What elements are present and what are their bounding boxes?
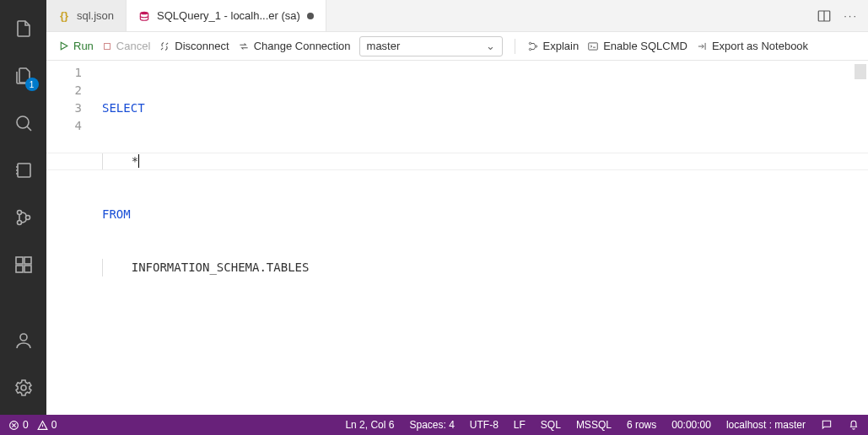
status-engine[interactable]: MSSQL: [576, 419, 612, 431]
activity-badge: 1: [25, 78, 39, 91]
svg-rect-6: [24, 257, 31, 264]
braces-icon: {}: [58, 10, 70, 22]
toolbar-separator: [515, 39, 515, 54]
status-eol[interactable]: LF: [514, 419, 526, 431]
activity-explorer-icon[interactable]: [3, 8, 44, 49]
run-button[interactable]: Run: [58, 40, 94, 52]
disconnect-button[interactable]: Disconnect: [159, 40, 229, 52]
explain-button[interactable]: Explain: [527, 40, 580, 52]
status-errors[interactable]: 0: [8, 419, 29, 431]
chevron-down-icon: ⌄: [486, 40, 495, 52]
tabs-bar: {} sql.json SQLQuery_1 - localh...er (sa…: [46, 0, 868, 32]
change-connection-button[interactable]: Change Connection: [238, 40, 351, 52]
status-ln-col[interactable]: Ln 2, Col 6: [345, 419, 394, 431]
database-select-value: master: [367, 40, 401, 52]
activity-notebook-icon[interactable]: [3, 150, 44, 191]
svg-rect-17: [589, 42, 598, 49]
status-rows[interactable]: 6 rows: [627, 419, 656, 431]
tab-label: sql.json: [77, 9, 114, 22]
svg-rect-8: [24, 266, 31, 272]
svg-point-10: [21, 385, 26, 390]
status-connection[interactable]: localhost : master: [726, 419, 806, 431]
tab-dirty-indicator: [307, 13, 314, 19]
line-gutter: 1 2 3 4: [46, 61, 97, 415]
status-bell-icon[interactable]: [848, 419, 860, 431]
svg-rect-13: [104, 43, 110, 49]
status-language[interactable]: SQL: [541, 419, 561, 431]
text-cursor: [138, 154, 139, 168]
activity-bar: 1: [0, 0, 46, 415]
keyword-from: FROM: [102, 207, 131, 221]
svg-point-9: [20, 334, 27, 341]
enable-sqlcmd-button[interactable]: Enable SQLCMD: [587, 40, 687, 52]
svg-point-15: [529, 48, 531, 50]
more-actions-icon[interactable]: ···: [844, 9, 858, 22]
minimap[interactable]: [855, 64, 866, 79]
code-editor[interactable]: 1 2 3 4 SELECT * FROM INFORMATION_SCHEMA…: [46, 61, 868, 415]
activity-source-control-icon[interactable]: [3, 197, 44, 238]
keyword-select: SELECT: [102, 101, 145, 115]
database-icon: [138, 10, 150, 22]
status-feedback-icon[interactable]: [821, 419, 833, 431]
tab-sql-json[interactable]: {} sql.json: [46, 0, 127, 31]
tab-label: SQLQuery_1 - localh...er (sa): [157, 9, 300, 22]
status-encoding[interactable]: UTF-8: [470, 419, 499, 431]
svg-rect-7: [16, 266, 23, 272]
activity-settings-icon[interactable]: [3, 368, 44, 408]
status-time[interactable]: 00:00:00: [671, 419, 711, 431]
svg-point-16: [535, 45, 536, 46]
code-table: INFORMATION_SCHEMA.TABLES: [132, 260, 310, 274]
status-spaces[interactable]: Spaces: 4: [409, 419, 454, 431]
activity-account-icon[interactable]: [3, 320, 44, 361]
code-star: *: [132, 154, 138, 168]
svg-point-3: [17, 221, 21, 225]
tab-sqlquery-1[interactable]: SQLQuery_1 - localh...er (sa): [127, 0, 326, 31]
svg-point-14: [529, 42, 531, 44]
activity-files-icon[interactable]: 1: [3, 56, 44, 96]
status-bar: 0 0 Ln 2, Col 6 Spaces: 4 UTF-8 LF SQL M…: [0, 415, 868, 435]
cancel-button: Cancel: [102, 40, 150, 52]
svg-point-11: [140, 11, 148, 14]
sql-toolbar: Run Cancel Disconnect Change Connection …: [46, 32, 868, 61]
split-editor-icon[interactable]: [817, 8, 832, 24]
svg-point-2: [17, 211, 21, 215]
activity-extensions-icon[interactable]: [3, 244, 44, 285]
svg-point-4: [25, 216, 30, 220]
svg-rect-5: [16, 257, 23, 264]
svg-point-0: [17, 116, 29, 128]
activity-search-icon[interactable]: [3, 103, 44, 143]
svg-rect-1: [18, 164, 30, 177]
export-notebook-button[interactable]: Export as Notebook: [696, 40, 808, 52]
editor-group: {} sql.json SQLQuery_1 - localh...er (sa…: [46, 0, 868, 415]
status-warnings[interactable]: 0: [37, 419, 57, 431]
database-select[interactable]: master ⌄: [359, 36, 503, 56]
code-content[interactable]: SELECT * FROM INFORMATION_SCHEMA.TABLES: [97, 61, 868, 415]
